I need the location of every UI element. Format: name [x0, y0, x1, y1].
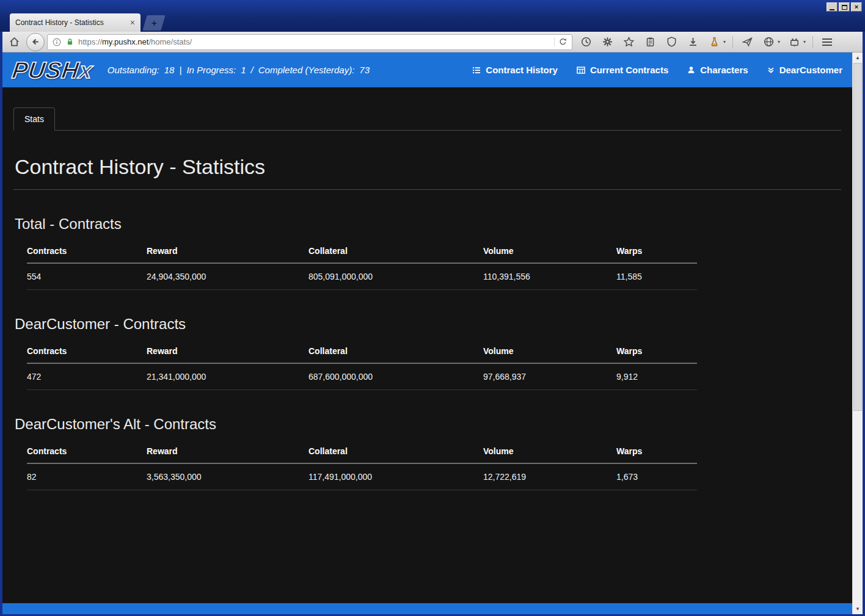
flask-button[interactable]	[707, 35, 721, 49]
col-header-volume: Volume	[483, 341, 616, 363]
reload-button[interactable]	[554, 37, 568, 46]
col-header-volume: Volume	[483, 241, 616, 263]
bookmarks-menu-button[interactable]	[643, 35, 657, 49]
cell-reward: 24,904,350,000	[147, 263, 308, 290]
toolbar-separator	[812, 36, 813, 48]
col-header-reward: Reward	[147, 341, 308, 363]
send-plane-icon	[742, 36, 753, 48]
tab-close-button[interactable]: ×	[130, 18, 135, 27]
globe-button[interactable]	[761, 35, 776, 49]
browser-toolbar: https://my.pushx.net/home/stats/	[2, 32, 863, 53]
tab-stats[interactable]: Stats	[13, 107, 55, 131]
page-tab-bar: Stats	[13, 107, 841, 131]
header-stats: Outstanding: 18 | In Progress: 1 / Compl…	[108, 65, 370, 75]
close-window-button[interactable]: ×	[851, 2, 862, 12]
plugin-dropdown-caret[interactable]: ▾	[803, 39, 806, 45]
section-heading: DearCustomer's Alt - Contracts	[15, 416, 841, 433]
toolbar-icons: ▾ ▾ ▾	[578, 35, 834, 49]
back-button[interactable]	[26, 33, 45, 51]
stats-divider: /	[251, 65, 254, 75]
col-header-collateral: Collateral	[308, 441, 483, 463]
contracts-table: Contracts Reward Collateral Volume Warps…	[27, 241, 697, 290]
col-header-collateral: Collateral	[308, 341, 483, 363]
col-header-collateral: Collateral	[308, 241, 483, 263]
vertical-scrollbar[interactable]: ▲ ▼	[852, 53, 863, 614]
history-button[interactable]	[578, 35, 593, 49]
col-header-reward: Reward	[147, 241, 308, 263]
col-header-contracts: Contracts	[27, 441, 147, 463]
nav-label: DearCustomer	[779, 65, 842, 75]
contracts-table: Contracts Reward Collateral Volume Warps…	[27, 341, 697, 390]
flask-dropdown-caret[interactable]: ▾	[723, 39, 726, 45]
page-viewport: PUSHx Outstanding: 18 | In Progress: 1 /…	[2, 53, 863, 614]
page-title: Contract History - Statistics	[15, 155, 841, 179]
col-header-volume: Volume	[483, 441, 616, 463]
flask-icon	[709, 36, 720, 48]
info-icon[interactable]	[52, 37, 62, 47]
globe-dropdown-caret[interactable]: ▾	[778, 39, 780, 45]
cell-warps: 11,585	[616, 263, 697, 290]
cell-reward: 3,563,350,000	[147, 463, 308, 490]
scroll-up-button[interactable]: ▲	[853, 53, 863, 63]
cell-volume: 97,668,937	[483, 363, 616, 390]
browser-window: × Contract History - Statistics × + http…	[0, 0, 865, 616]
new-tab-button[interactable]: +	[142, 15, 165, 31]
section-dearcustomer-contracts: DearCustomer - Contracts Contracts Rewar…	[13, 316, 841, 390]
stats-divider: |	[179, 65, 181, 75]
cell-collateral: 117,491,000,000	[308, 463, 483, 490]
download-icon	[687, 36, 699, 48]
pushx-logo[interactable]: PUSHx	[10, 59, 94, 82]
nav-contract-history[interactable]: Contract History	[472, 65, 558, 75]
nav-account-dropdown[interactable]: DearCustomer	[767, 65, 842, 75]
in-progress-label: In Progress:	[186, 65, 236, 75]
site-header: PUSHx Outstanding: 18 | In Progress: 1 /…	[2, 53, 852, 87]
nav-label: Current Contracts	[590, 65, 668, 75]
nav-label: Characters	[700, 65, 748, 75]
completed-label: Completed (Yesterday):	[258, 65, 355, 75]
table-row: 554 24,904,350,000 805,091,000,000 110,3…	[27, 263, 697, 290]
minimize-button[interactable]	[827, 2, 838, 12]
cell-contracts: 554	[27, 263, 147, 290]
cell-reward: 21,341,000,000	[147, 363, 308, 390]
user-icon	[687, 65, 696, 74]
url-bar[interactable]: https://my.pushx.net/home/stats/	[47, 34, 572, 50]
settings-button[interactable]	[600, 35, 615, 49]
gear-icon	[602, 36, 613, 48]
table-header-row: Contracts Reward Collateral Volume Warps	[27, 341, 697, 363]
cell-collateral: 805,091,000,000	[308, 263, 483, 290]
nav-current-contracts[interactable]: Current Contracts	[576, 65, 668, 75]
scrollbar-thumb[interactable]	[853, 63, 862, 411]
close-icon: ×	[855, 4, 858, 10]
col-header-reward: Reward	[147, 441, 308, 463]
menu-button[interactable]	[820, 35, 834, 49]
table-header-row: Contracts Reward Collateral Volume Warps	[27, 241, 697, 263]
send-tab-button[interactable]	[740, 35, 754, 49]
download-button[interactable]	[685, 35, 700, 49]
section-heading: Total - Contracts	[15, 216, 841, 233]
minimize-icon	[830, 9, 834, 10]
maximize-button[interactable]	[839, 2, 850, 12]
cell-contracts: 472	[27, 363, 147, 390]
scroll-down-button[interactable]: ▼	[853, 604, 863, 614]
tab-title: Contract History - Statistics	[15, 18, 126, 27]
title-divider	[13, 189, 841, 190]
globe-icon	[763, 36, 775, 48]
lock-icon[interactable]	[65, 37, 75, 46]
site-footer	[2, 603, 852, 614]
col-header-contracts: Contracts	[27, 241, 147, 263]
plugin-button[interactable]	[787, 35, 801, 49]
shield-button[interactable]	[664, 35, 679, 49]
bookmark-star-button[interactable]	[621, 35, 636, 49]
home-button[interactable]	[7, 35, 21, 49]
cell-collateral: 687,600,000,000	[308, 363, 483, 390]
double-chevron-down-icon	[767, 66, 775, 74]
cell-volume: 12,722,619	[483, 463, 616, 490]
star-icon	[623, 36, 635, 48]
section-heading: DearCustomer - Contracts	[15, 316, 841, 333]
browser-tab[interactable]: Contract History - Statistics ×	[10, 13, 141, 32]
nav-label: Contract History	[486, 65, 558, 75]
menu-icon	[822, 38, 832, 40]
home-icon	[9, 36, 20, 48]
nav-characters[interactable]: Characters	[687, 65, 748, 75]
maximize-icon	[842, 5, 847, 10]
